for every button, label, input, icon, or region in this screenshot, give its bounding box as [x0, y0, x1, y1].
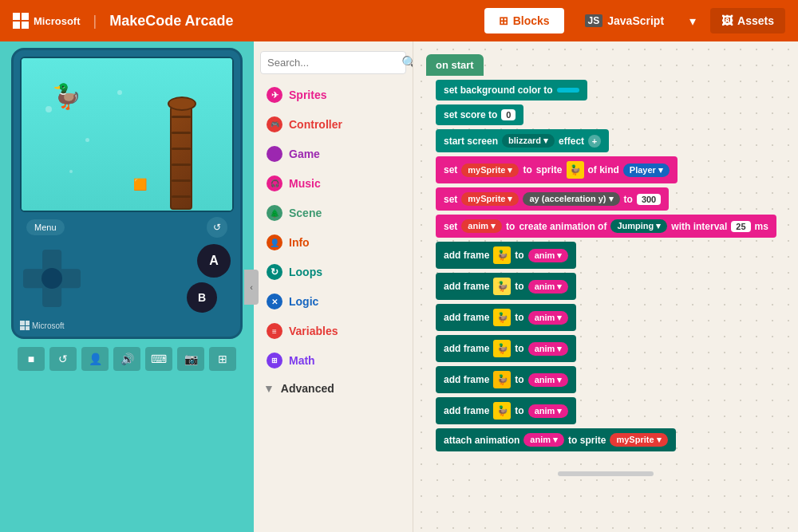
add-sim-button[interactable]: 👤	[81, 347, 109, 371]
block-add-frame-4[interactable]: add frame 🦆 to anim ▾	[426, 335, 785, 362]
block-set-ay[interactable]: set mySprite ▾ ay (acceleration y) ▾ to …	[426, 187, 785, 211]
assets-icon: 🖼	[721, 14, 733, 27]
tab-javascript[interactable]: JS JavaScript	[574, 8, 676, 33]
ms-grid-icon	[13, 13, 29, 29]
obstacle	[170, 106, 192, 210]
category-math[interactable]: ⊞ Math	[257, 346, 409, 375]
tab-dropdown[interactable]: ▾	[685, 7, 701, 35]
block-text: start screen	[444, 136, 498, 147]
block-add-frame-5[interactable]: add frame 🦆 to anim ▾	[426, 366, 785, 393]
category-sprites[interactable]: ✈ Sprites	[257, 81, 409, 109]
workspace[interactable]: on start set background color to set sco…	[413, 41, 798, 532]
plus-icon[interactable]: +	[588, 135, 601, 148]
fullscreen-button[interactable]: ⊞	[209, 347, 236, 371]
mysprite-pill[interactable]: mySprite ▾	[461, 164, 519, 177]
category-info[interactable]: 👤 Info	[257, 228, 409, 257]
mysprite-attach-pill[interactable]: mySprite ▾	[610, 433, 667, 447]
variables-icon: ≡	[267, 323, 282, 339]
ay-value[interactable]: 300	[637, 194, 661, 205]
logic-icon: ✕	[267, 294, 282, 309]
score-value[interactable]: 0	[501, 109, 516, 120]
search-bar[interactable]: 🔍	[260, 51, 406, 74]
anim-pill-5[interactable]: anim ▾	[528, 373, 569, 387]
menu-button[interactable]: Menu	[26, 219, 65, 235]
jumping-pill[interactable]: Jumping ▾	[610, 219, 667, 233]
screenshot-button[interactable]: 📷	[177, 347, 204, 371]
ab-buttons: A B	[181, 244, 231, 313]
loops-icon: ↻	[267, 264, 282, 280]
keyboard-button[interactable]: ⌨	[145, 347, 172, 371]
anim-pill-4[interactable]: anim ▾	[528, 342, 569, 356]
category-variables[interactable]: ≡ Variables	[257, 317, 409, 345]
b-button[interactable]: B	[187, 282, 217, 313]
tab-assets[interactable]: 🖼 Assets	[710, 8, 785, 33]
frame-thumb-5[interactable]: 🦆	[493, 371, 511, 388]
block-text: set background color to	[444, 85, 553, 96]
refresh-button[interactable]: ↺	[207, 217, 227, 238]
dpad[interactable]	[23, 250, 81, 307]
stop-button[interactable]: ■	[18, 347, 45, 371]
search-input[interactable]	[267, 57, 401, 69]
anim-pill-1[interactable]: anim ▾	[528, 249, 569, 262]
barrel-top	[168, 97, 196, 111]
frame-thumb-6[interactable]: 🦆	[493, 402, 511, 420]
main: 🦆 🟧 Menu ↺	[0, 41, 798, 532]
a-button[interactable]: A	[197, 244, 231, 278]
frame-thumb-1[interactable]: 🦆	[493, 246, 511, 264]
sprite-thumbnail[interactable]: 🦆	[567, 161, 584, 179]
tab-blocks[interactable]: ⊞ Blocks	[484, 8, 564, 33]
mysprite-pill2[interactable]: mySprite ▾	[461, 192, 519, 206]
frame-thumb-4[interactable]: 🦆	[493, 340, 511, 357]
block-text: set score to	[444, 109, 497, 120]
ms-label: Microsoft	[34, 15, 81, 27]
search-icon: 🔍	[401, 55, 413, 70]
block-set-score[interactable]: set score to 0	[426, 104, 785, 125]
blizzard-pill[interactable]: blizzard ▾	[502, 134, 555, 148]
player-pill[interactable]: Player ▾	[623, 164, 670, 177]
anim-pill-6[interactable]: anim ▾	[528, 404, 569, 418]
anim-pill[interactable]: anim ▾	[461, 219, 502, 233]
block-set-mysprite[interactable]: set mySprite ▾ to sprite 🦆 of kind Playe…	[426, 156, 785, 183]
simulator-panel: 🦆 🟧 Menu ↺	[0, 41, 254, 532]
music-icon: 🎧	[267, 175, 282, 191]
block-attach-anim[interactable]: attach animation anim ▾ to sprite mySpri…	[426, 428, 785, 451]
category-loops[interactable]: ↻ Loops	[257, 258, 409, 286]
blocks-area: on start set background color to set sco…	[413, 41, 798, 532]
scrollbar-thumb[interactable]	[558, 471, 654, 476]
effect-text: effect	[559, 136, 584, 147]
anim-attach-pill[interactable]: anim ▾	[523, 433, 564, 447]
frame-thumb-3[interactable]: 🦆	[493, 309, 511, 326]
js-icon: JS	[585, 14, 603, 27]
block-add-frame-3[interactable]: add frame 🦆 to anim ▾	[426, 304, 785, 331]
restart-button[interactable]: ↺	[49, 347, 77, 371]
advanced-chevron-icon: ▼	[263, 382, 275, 395]
color-pill[interactable]	[557, 88, 579, 93]
category-logic[interactable]: ✕ Logic	[257, 287, 409, 316]
info-icon: 👤	[267, 234, 282, 250]
category-advanced[interactable]: ▼ Advanced	[254, 376, 413, 401]
block-add-frame-6[interactable]: add frame 🦆 to anim ▾	[426, 397, 785, 424]
game-icon	[267, 146, 282, 162]
collapse-button[interactable]: ‹	[244, 270, 259, 305]
frame-thumb-2[interactable]: 🦆	[493, 278, 511, 295]
dpad-ab: A B	[20, 238, 234, 319]
ay-pill[interactable]: ay (acceleration y) ▾	[523, 192, 619, 206]
category-music[interactable]: 🎧 Music	[257, 169, 409, 198]
audio-button[interactable]: 🔊	[113, 347, 140, 371]
blocks-icon: ⊞	[499, 14, 508, 27]
on-start-block[interactable]: on start	[426, 54, 484, 76]
block-set-anim[interactable]: set anim ▾ to create animation of Jumpin…	[426, 215, 785, 238]
game-screen: 🦆 🟧	[20, 57, 234, 212]
category-scene[interactable]: 🌲 Scene	[257, 199, 409, 227]
block-add-frame-1[interactable]: add frame 🦆 to anim ▾	[426, 242, 785, 269]
interval-value[interactable]: 25	[731, 221, 750, 232]
block-add-frame-2[interactable]: add frame 🦆 to anim ▾	[426, 273, 785, 300]
anim-pill-3[interactable]: anim ▾	[528, 311, 569, 325]
anim-pill-2[interactable]: anim ▾	[528, 280, 569, 294]
category-game[interactable]: Game	[257, 140, 409, 168]
block-set-bg[interactable]: set background color to	[426, 80, 785, 100]
sim-toolbar: ■ ↺ 👤 🔊 ⌨ 📷 ⊞	[18, 347, 236, 371]
category-controller[interactable]: 🎮 Controller	[257, 110, 409, 139]
duck-sprite: 🦆	[52, 82, 81, 110]
block-start-screen[interactable]: start screen blizzard ▾ effect +	[426, 129, 785, 152]
